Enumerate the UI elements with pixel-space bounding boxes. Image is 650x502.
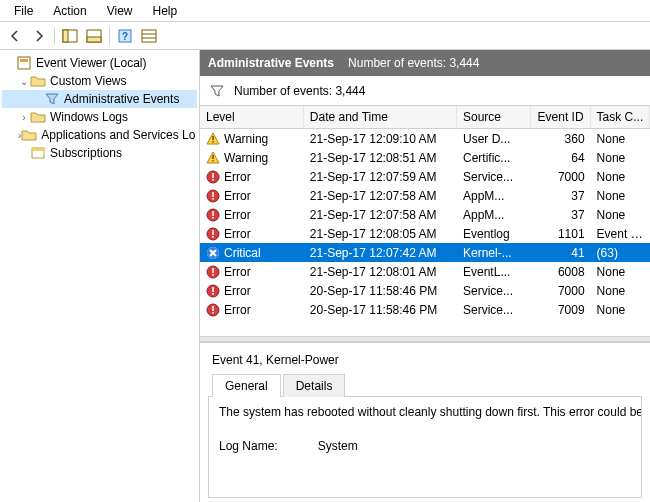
table-row[interactable]: Error21-Sep-17 12:08:01 AMEventL...6008N… [200, 262, 650, 281]
table-row[interactable]: Error20-Sep-17 11:58:46 PMService...7000… [200, 281, 650, 300]
tree-apps-services-label: Applications and Services Lo [41, 128, 195, 142]
filter-view-icon [44, 91, 60, 107]
cell-eventid: 360 [531, 132, 590, 146]
cell-task: None [591, 170, 650, 184]
tab-general[interactable]: General [212, 374, 281, 397]
cell-date: 21-Sep-17 12:09:10 AM [304, 132, 457, 146]
error-icon [206, 265, 220, 279]
error-icon [206, 284, 220, 298]
eventviewer-icon [16, 55, 32, 71]
col-date[interactable]: Date and Time [304, 106, 457, 128]
svg-rect-21 [212, 192, 214, 197]
cell-date: 21-Sep-17 12:07:59 AM [304, 170, 457, 184]
cell-level: Warning [224, 132, 268, 146]
back-button[interactable] [4, 25, 26, 47]
tree-custom-views[interactable]: ⌄ Custom Views [2, 72, 197, 90]
cell-level: Critical [224, 246, 261, 260]
toolbar: ? [0, 22, 650, 50]
help-button[interactable]: ? [114, 25, 136, 47]
show-preview-button[interactable] [83, 25, 105, 47]
cell-date: 21-Sep-17 12:08:01 AM [304, 265, 457, 279]
error-icon [206, 227, 220, 241]
folder-icon [30, 109, 46, 125]
tree-subscriptions[interactable]: Subscriptions [2, 144, 197, 162]
table-row[interactable]: Error21-Sep-17 12:07:58 AMAppM...37None [200, 186, 650, 205]
svg-rect-6 [142, 30, 156, 42]
menu-action[interactable]: Action [43, 2, 96, 20]
table-row[interactable]: Error21-Sep-17 12:07:58 AMAppM...37None [200, 205, 650, 224]
svg-rect-12 [32, 148, 44, 151]
arrow-left-icon [8, 29, 22, 43]
svg-rect-38 [212, 306, 214, 311]
cell-source: Kernel-... [457, 246, 531, 260]
warning-icon [206, 151, 220, 165]
svg-rect-10 [20, 59, 28, 62]
tab-details[interactable]: Details [283, 374, 346, 397]
col-source[interactable]: Source [457, 106, 531, 128]
filter-bar: Number of events: 3,444 [200, 76, 650, 106]
cell-eventid: 37 [531, 189, 590, 203]
props-button[interactable] [138, 25, 160, 47]
detail-tabs: General Details [204, 373, 646, 396]
forward-button[interactable] [28, 25, 50, 47]
menubar: File Action View Help [0, 0, 650, 22]
list-body[interactable]: Warning21-Sep-17 12:09:10 AMUser D...360… [200, 129, 650, 336]
panel-icon [62, 29, 78, 43]
error-icon [206, 170, 220, 184]
cell-level: Error [224, 227, 251, 241]
col-task[interactable]: Task C... [591, 106, 650, 128]
cell-date: 21-Sep-17 12:08:51 AM [304, 151, 457, 165]
error-icon [206, 189, 220, 203]
cell-source: EventL... [457, 265, 531, 279]
svg-rect-39 [212, 312, 214, 314]
table-row[interactable]: Warning21-Sep-17 12:08:51 AMCertific...6… [200, 148, 650, 167]
cell-source: Service... [457, 303, 531, 317]
content-titlebar: Administrative Events Number of events: … [200, 50, 650, 76]
svg-rect-28 [212, 236, 214, 238]
tree-windows-logs[interactable]: › Windows Logs [2, 108, 197, 126]
cell-date: 20-Sep-17 11:58:46 PM [304, 303, 457, 317]
cell-eventid: 64 [531, 151, 590, 165]
folder-icon [30, 73, 46, 89]
filter-count: Number of events: 3,444 [234, 84, 365, 98]
expand-icon[interactable]: › [18, 112, 30, 123]
table-row[interactable]: Warning21-Sep-17 12:09:10 AMUser D...360… [200, 129, 650, 148]
col-level[interactable]: Level [200, 106, 304, 128]
svg-rect-19 [212, 179, 214, 181]
table-row[interactable]: Error21-Sep-17 12:08:05 AMEventlog1101Ev… [200, 224, 650, 243]
cell-task: None [591, 132, 650, 146]
cell-source: User D... [457, 132, 531, 146]
logname-value: System [318, 439, 358, 453]
collapse-icon[interactable]: ⌄ [18, 76, 30, 87]
cell-eventid: 7009 [531, 303, 590, 317]
content-title: Administrative Events [208, 56, 334, 70]
tree-custom-views-label: Custom Views [50, 74, 126, 88]
cell-level: Error [224, 284, 251, 298]
svg-rect-32 [212, 268, 214, 273]
funnel-icon [210, 84, 224, 98]
cell-eventid: 7000 [531, 170, 590, 184]
svg-rect-27 [212, 230, 214, 235]
tree-admin-events[interactable]: Administrative Events [2, 90, 197, 108]
menu-view[interactable]: View [97, 2, 143, 20]
col-eventid[interactable]: Event ID [531, 106, 590, 128]
table-row[interactable]: Error20-Sep-17 11:58:46 PMService...7009… [200, 300, 650, 319]
tree-root[interactable]: Event Viewer (Local) [2, 54, 197, 72]
svg-rect-22 [212, 198, 214, 200]
cell-source: Certific... [457, 151, 531, 165]
cell-date: 21-Sep-17 12:07:58 AM [304, 189, 457, 203]
cell-eventid: 1101 [531, 227, 590, 241]
arrow-right-icon [32, 29, 46, 43]
cell-level: Error [224, 303, 251, 317]
menu-help[interactable]: Help [143, 2, 188, 20]
tree-subscriptions-label: Subscriptions [50, 146, 122, 160]
tree-apps-services[interactable]: › Applications and Services Lo [2, 126, 197, 144]
event-list: Level Date and Time Source Event ID Task… [200, 106, 650, 336]
svg-rect-14 [212, 141, 213, 142]
svg-rect-35 [212, 287, 214, 292]
show-tree-button[interactable] [59, 25, 81, 47]
table-row[interactable]: Error21-Sep-17 12:07:59 AMService...7000… [200, 167, 650, 186]
table-row[interactable]: Critical21-Sep-17 12:07:42 AMKernel-...4… [200, 243, 650, 262]
menu-file[interactable]: File [4, 2, 43, 20]
help-icon: ? [118, 29, 132, 43]
